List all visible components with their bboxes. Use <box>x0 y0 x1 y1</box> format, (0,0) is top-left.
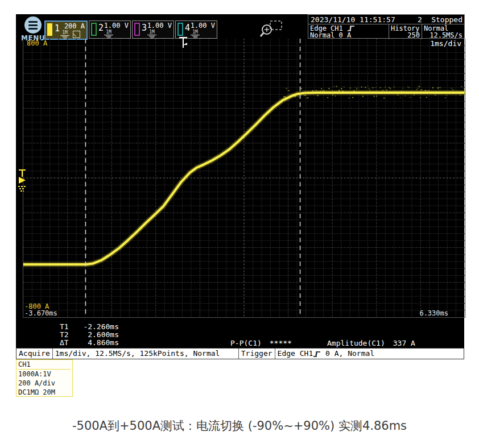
waveform-noise <box>291 95 292 96</box>
waveform-noise <box>446 95 447 96</box>
waveform-noise <box>370 90 371 91</box>
waveform-noise <box>435 94 436 96</box>
waveform-noise <box>385 86 386 88</box>
pp-value: ***** <box>270 339 292 347</box>
left-time-label: -3.670ms <box>24 310 57 317</box>
pp-label: P-P(C1) <box>230 339 262 347</box>
run-state-label: Stopped <box>431 15 463 24</box>
channel-3-badge[interactable]: 3 1.00 V 1M <box>132 20 174 39</box>
trigger-label[interactable]: Trigger <box>239 349 275 359</box>
waveform-noise <box>288 90 290 92</box>
channel-2-color-bar <box>91 23 97 36</box>
waveform-noise <box>299 97 300 98</box>
t1-value: -2.260ms <box>75 323 119 331</box>
waveform-noise <box>407 86 408 88</box>
waveform-noise <box>341 88 342 89</box>
waveform-noise <box>327 97 328 98</box>
history-panel[interactable]: History 250 <box>389 24 422 39</box>
acquisition-mode-panel[interactable]: Normal 12.5MS/s <box>422 24 464 39</box>
waveform-noise <box>452 89 453 90</box>
waveform-noise <box>295 96 296 97</box>
waveform-noise <box>332 94 333 96</box>
waveform-noise <box>451 88 452 89</box>
waveform-noise <box>418 88 419 89</box>
t1-label: T1 <box>60 323 75 331</box>
waveform-noise <box>397 94 398 96</box>
waveform-noise <box>461 86 463 88</box>
waveform-noise <box>401 90 402 92</box>
coupling-1m-icon: 1M <box>60 31 69 39</box>
trigger-position-marker[interactable] <box>177 36 190 52</box>
waveform-noise <box>324 90 325 92</box>
amplitude-measurement: Amplitude(C1)337 A <box>327 339 415 347</box>
waveform-noise <box>402 88 403 89</box>
waveform-noise <box>383 98 385 99</box>
waveform-noise <box>286 88 287 89</box>
waveform-noise <box>317 95 319 96</box>
sequence-number: 2 <box>418 15 422 24</box>
waveform-noise <box>427 90 428 92</box>
cursor-measurements: T1-2.260ms T22.600ms ΔT4.860ms <box>60 323 119 347</box>
waveform-noise <box>350 88 351 89</box>
waveform-noise <box>464 88 465 89</box>
waveform-noise <box>362 96 364 97</box>
ch1-probe-ratio: 1000A:1V <box>18 370 51 378</box>
waveform-noise <box>389 87 390 88</box>
waveform-noise <box>414 94 415 96</box>
trigger-mode-label: Normal 0 A <box>310 32 387 39</box>
waveform-noise <box>284 97 286 98</box>
waveform-noise <box>328 88 329 89</box>
waveform-noise <box>394 86 395 88</box>
acquire-label[interactable]: Acquire <box>16 349 53 359</box>
edge-trigger-icon <box>313 350 321 358</box>
waveform-noise <box>369 88 370 89</box>
waveform-noise <box>367 86 369 87</box>
coupling-1m-icon: 1M <box>104 30 113 39</box>
waveform-noise <box>405 96 406 97</box>
timebase-label: 1ms/div <box>430 40 461 47</box>
t2-label: T2 <box>60 331 75 339</box>
channel-2-badge[interactable]: 2 1.00 V 1M <box>89 20 131 39</box>
channel-3-scale: 1.00 V <box>147 22 172 30</box>
amplitude-label: Amplitude(C1) <box>327 339 385 347</box>
waveform-noise <box>283 96 284 97</box>
ch1-vertical-scale: 200 A/div <box>18 379 55 387</box>
waveform-noise <box>365 87 366 88</box>
waveform-noise <box>303 94 304 96</box>
waveform-noise <box>432 88 433 89</box>
right-time-label: 6.330ms <box>419 310 448 317</box>
waveform-noise <box>361 86 362 88</box>
waveform-noise <box>382 90 383 91</box>
waveform-noise <box>400 97 401 98</box>
waveform-noise <box>428 90 430 91</box>
waveform-plot-area[interactable] <box>23 39 465 318</box>
waveform-noise <box>320 90 321 92</box>
channel-1-zero-marker[interactable] <box>16 168 28 197</box>
waveform-noise <box>352 97 353 98</box>
ch1-coupling: DC1MΩ 20M <box>18 388 55 396</box>
top-amplitude-label: 800 A <box>27 40 47 47</box>
waveform-noise <box>287 90 288 91</box>
channel-3-number: 3 <box>142 23 147 33</box>
pp-measurement: P-P(C1)***** <box>230 339 292 347</box>
dt-value: 4.860ms <box>75 339 119 347</box>
oscilloscope-screen: MENU 1 200 A 1M 2 1.00 V 1M 3 1.00 V 1M … <box>16 14 464 359</box>
waveform-noise <box>312 90 313 92</box>
waveform-noise <box>416 89 417 90</box>
history-count: 250 <box>391 32 420 39</box>
coupling-1m-icon: 1M <box>147 30 156 39</box>
probe-icon <box>73 31 80 38</box>
channel-4-number: 4 <box>185 23 190 33</box>
channel-2-scale: 1.00 V <box>104 22 129 30</box>
waveform-noise <box>374 96 375 97</box>
channel-1-badge[interactable]: 1 200 A 1M <box>44 20 88 40</box>
trigger-settings: Edge CH1 0 A, Normal <box>275 349 377 359</box>
waveform-noise <box>355 86 356 88</box>
ch1-settings-popup[interactable]: CH1 1000A:1V 200 A/div DC1MΩ 20M <box>16 359 73 397</box>
zoom-tool-icon[interactable] <box>259 20 285 40</box>
hamburger-icon <box>24 16 42 34</box>
waveform-noise <box>316 90 317 91</box>
waveform-noise <box>344 86 345 88</box>
trigger-settings-panel[interactable]: Edge CH1 Normal 0 A <box>308 24 389 39</box>
waveform-noise <box>307 97 308 98</box>
